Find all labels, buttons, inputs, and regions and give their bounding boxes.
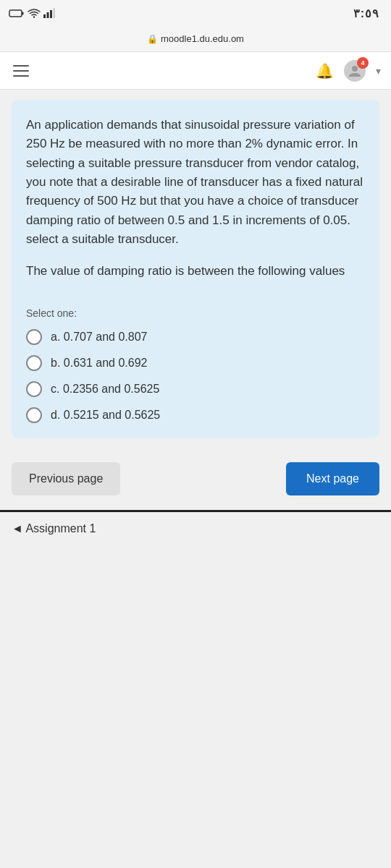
svg-rect-7	[54, 8, 56, 18]
svg-rect-0	[9, 10, 22, 17]
svg-rect-1	[22, 12, 24, 14]
status-icons	[9, 8, 55, 18]
next-page-button[interactable]: Next page	[286, 462, 379, 495]
radio-d[interactable]	[26, 407, 42, 423]
svg-rect-6	[50, 10, 52, 18]
status-time: ٣:٥٩	[353, 7, 379, 20]
option-d[interactable]: d. 0.5215 and 0.5625	[26, 407, 365, 423]
svg-point-3	[33, 16, 35, 17]
status-left	[9, 8, 55, 18]
status-bar: ٣:٥٩	[0, 0, 391, 26]
option-c[interactable]: c. 0.2356 and 0.5625	[26, 381, 365, 397]
wifi-icon	[28, 8, 41, 18]
battery-icon	[9, 9, 25, 18]
url-label: moodle1.du.edu.om	[161, 33, 244, 44]
option-label-a: a. 0.707 and 0.807	[51, 331, 147, 344]
nav-buttons: Previous page Next page	[0, 455, 391, 510]
bell-icon[interactable]: 🔔	[316, 62, 334, 80]
lock-icon: 🔒	[147, 34, 158, 44]
select-one-label: Select one:	[26, 307, 365, 319]
question-card: An application demands that sinusoidal p…	[12, 100, 379, 438]
svg-point-8	[352, 66, 358, 72]
hamburger-menu[interactable]	[10, 62, 32, 80]
main-content: An application demands that sinusoidal p…	[0, 90, 391, 438]
svg-rect-2	[10, 11, 20, 16]
assignment-link[interactable]: ◄ Assignment 1	[0, 510, 391, 535]
radio-b[interactable]	[26, 355, 42, 371]
avatar-badge: 4	[357, 57, 369, 69]
radio-c[interactable]	[26, 381, 42, 397]
radio-a[interactable]	[26, 329, 42, 345]
previous-page-button[interactable]: Previous page	[12, 462, 120, 495]
svg-rect-5	[47, 12, 49, 18]
assignment-link-text: ◄ Assignment 1	[12, 522, 96, 535]
question-body: An application demands that sinusoidal p…	[26, 116, 365, 249]
avatar-wrap[interactable]: 4	[344, 60, 366, 82]
options-list: a. 0.707 and 0.807 b. 0.631 and 0.692 c.…	[26, 329, 365, 423]
question-subtext: The value of damping ratio is between th…	[26, 262, 365, 281]
option-b[interactable]: b. 0.631 and 0.692	[26, 355, 365, 371]
url-bar: 🔒 moodle1.du.edu.om	[0, 26, 391, 52]
option-label-d: d. 0.5215 and 0.5625	[51, 409, 160, 422]
option-label-c: c. 0.2356 and 0.5625	[51, 383, 159, 396]
nav-bar: 🔔 4 ▾	[0, 52, 391, 90]
dropdown-arrow[interactable]: ▾	[376, 65, 381, 77]
signal-icon	[43, 8, 55, 18]
option-label-b: b. 0.631 and 0.692	[51, 357, 147, 370]
svg-rect-4	[43, 14, 46, 18]
option-a[interactable]: a. 0.707 and 0.807	[26, 329, 365, 345]
url-text: 🔒 moodle1.du.edu.om	[147, 33, 244, 44]
nav-right: 🔔 4 ▾	[316, 60, 381, 82]
